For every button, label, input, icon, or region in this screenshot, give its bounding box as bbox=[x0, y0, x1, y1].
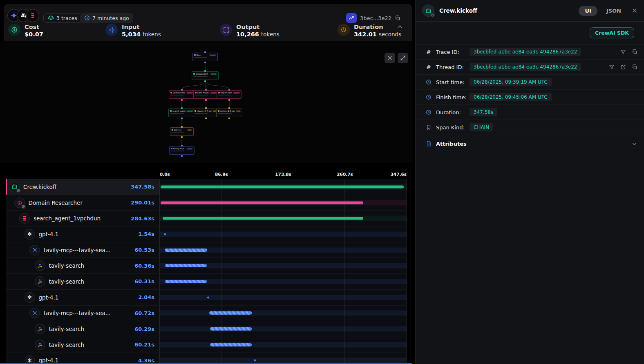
span-name-cell[interactable]: ✻ gpt-4.1 1.54s bbox=[6, 226, 159, 242]
span-name-cell[interactable]: tavily-mcp---tavily-sea... 60.72s bbox=[6, 306, 159, 321]
graph-node-gpt[interactable]: gpt-4.1 llm bbox=[170, 127, 194, 136]
span-bar[interactable] bbox=[161, 201, 363, 204]
node-meta bbox=[172, 132, 184, 133]
graph-node-claude[interactable]: claude-3-7-sonnet llm bbox=[193, 109, 219, 117]
span-name-cell[interactable]: tavily-mcp---tavily-sea... 60.53s bbox=[6, 242, 159, 258]
span-row[interactable]: tavily-search 60.36s bbox=[6, 258, 407, 274]
graph-node-crew[interactable]: Crew.kickoff crew bbox=[192, 71, 219, 80]
chevron-up-icon[interactable] bbox=[397, 24, 403, 30]
span-bar[interactable] bbox=[165, 249, 207, 252]
span-name-cell[interactable]: Crew.kickoff 347.58s bbox=[6, 179, 159, 195]
layers-icon bbox=[48, 15, 54, 21]
span-name-cell[interactable]: ✻ gpt-4.1 4.36s bbox=[6, 353, 159, 363]
filter-icon[interactable] bbox=[620, 49, 626, 55]
span-row[interactable]: Domain Researcher 290.01s bbox=[6, 195, 407, 211]
span-lane[interactable] bbox=[159, 242, 407, 258]
node-meta bbox=[193, 76, 208, 77]
graph-node-run[interactable]: Run chain bbox=[192, 53, 218, 61]
span-lane[interactable] bbox=[159, 258, 407, 273]
span-lane[interactable] bbox=[159, 226, 407, 242]
node-meta bbox=[170, 95, 184, 95]
span-row[interactable]: tavily-search 60.21s bbox=[6, 337, 407, 353]
node-port-top bbox=[204, 51, 206, 53]
traces-count-badge[interactable]: 3 traces bbox=[43, 13, 82, 23]
graph-node-dr[interactable]: Domain Researcher agent bbox=[169, 90, 195, 99]
graph-node-da[interactable]: Data Analyst agent bbox=[193, 90, 219, 99]
external-link-icon[interactable] bbox=[620, 64, 626, 70]
field-value[interactable]: 06/28/2025, 09:39:19 AM UTC bbox=[470, 78, 552, 86]
span-lane[interactable] bbox=[159, 274, 407, 289]
span-lane[interactable] bbox=[159, 353, 407, 363]
span-row[interactable]: ✻ gpt-4.1 1.54s bbox=[6, 226, 407, 242]
red-stack-logo[interactable] bbox=[26, 9, 39, 22]
span-lane[interactable] bbox=[159, 337, 407, 353]
span-name-cell[interactable]: Domain Researcher 290.01s bbox=[6, 195, 159, 211]
trend-icon[interactable] bbox=[346, 13, 357, 23]
span-name-cell[interactable]: ✻ gpt-4.1 2.04s bbox=[6, 290, 159, 305]
span-bar[interactable] bbox=[164, 233, 166, 235]
node-meta bbox=[218, 95, 231, 95]
close-icon[interactable] bbox=[385, 53, 395, 63]
span-name-cell[interactable]: tavily-search 60.29s bbox=[6, 321, 159, 337]
span-bar[interactable] bbox=[161, 185, 404, 188]
copy-icon[interactable] bbox=[632, 64, 637, 70]
span-name-cell[interactable]: tavily-search 60.36s bbox=[6, 258, 159, 273]
chevron-down-icon[interactable] bbox=[631, 141, 637, 147]
span-row[interactable]: tavily-search 60.29s bbox=[6, 321, 407, 337]
span-row[interactable]: tavily-mcp---tavily-sea... 60.72s bbox=[6, 306, 407, 322]
tab-json[interactable]: JSON bbox=[606, 8, 621, 14]
span-row[interactable]: tavily-search 60.31s bbox=[6, 274, 407, 290]
span-duration: 60.72s bbox=[134, 310, 154, 316]
field-value[interactable]: CHAIN bbox=[470, 123, 493, 131]
trace-graph[interactable]: Run chain Crew.kickoff crew Domain Resea… bbox=[0, 41, 412, 163]
node-type-icon bbox=[172, 129, 173, 131]
node-badge: llm bbox=[236, 110, 241, 112]
axis-tick: 86.9s bbox=[215, 172, 228, 177]
field-label: Duration: bbox=[436, 109, 470, 115]
node-type-icon bbox=[170, 110, 172, 112]
span-row[interactable]: ✻ gpt-4.1 2.04s bbox=[6, 290, 407, 306]
field-value[interactable]: 06/28/2025, 09:45:06 AM UTC bbox=[470, 93, 552, 101]
close-icon[interactable] bbox=[632, 8, 637, 13]
node-label: Report Writer bbox=[221, 91, 232, 94]
graph-node-gemini[interactable]: gemini-2.5-pro llm bbox=[216, 109, 242, 117]
attributes-section-header[interactable]: Attributes bbox=[416, 135, 644, 152]
span-lane[interactable] bbox=[159, 179, 407, 195]
span-lane[interactable] bbox=[159, 321, 407, 337]
tab-ui[interactable]: UI bbox=[579, 6, 597, 16]
span-name-cell[interactable]: tavily-search 60.21s bbox=[6, 337, 159, 353]
field-value[interactable]: 347.58s bbox=[470, 108, 497, 116]
span-bar[interactable] bbox=[163, 217, 363, 220]
span-lane[interactable] bbox=[159, 306, 407, 321]
span-bar[interactable] bbox=[165, 280, 207, 283]
span-bar[interactable] bbox=[165, 264, 207, 267]
span-name-cell[interactable]: tavily-search 60.31s bbox=[6, 274, 159, 289]
span-duration: 60.31s bbox=[134, 278, 154, 284]
span-lane[interactable] bbox=[159, 290, 407, 305]
span-bar[interactable] bbox=[210, 343, 252, 346]
span-row[interactable]: search_agent_1vpchdun 284.63s bbox=[6, 211, 407, 226]
span-duration: 60.36s bbox=[134, 263, 154, 269]
span-bar[interactable] bbox=[207, 296, 209, 298]
span-row[interactable]: ✻ gpt-4.1 4.36s bbox=[6, 353, 407, 363]
graph-node-tavily[interactable]: tavily-mcp tool bbox=[169, 146, 195, 155]
node-port-bottom bbox=[181, 99, 183, 101]
span-name-cell[interactable]: search_agent_1vpchdun 284.63s bbox=[6, 211, 159, 226]
span-bar[interactable] bbox=[254, 360, 256, 362]
span-lane[interactable] bbox=[159, 195, 407, 211]
span-bar[interactable] bbox=[210, 327, 252, 331]
expand-diagonal-icon[interactable] bbox=[398, 53, 408, 63]
field-value[interactable]: 3becbfed-a1be-ae84-ea3c-4942867a3e22 bbox=[470, 63, 581, 71]
tavily-icon bbox=[35, 276, 45, 287]
copy-icon[interactable] bbox=[632, 49, 637, 55]
span-bar[interactable] bbox=[209, 311, 252, 315]
span-lane[interactable] bbox=[159, 211, 407, 226]
filter-icon[interactable] bbox=[609, 64, 615, 70]
copy-icon[interactable] bbox=[395, 15, 400, 21]
graph-node-rw[interactable]: Report Writer agent bbox=[217, 90, 242, 99]
span-row[interactable]: Crew.kickoff 347.58s bbox=[6, 179, 407, 195]
span-row[interactable]: tavily-mcp---tavily-sea... 60.53s bbox=[6, 242, 407, 258]
field-value[interactable]: 3becbfed-a1be-ae84-ea3c-4942867a3e22 bbox=[470, 48, 581, 56]
detail-field: Duration: 347.58s bbox=[416, 105, 644, 120]
graph-node-sa[interactable]: search_agent_1vpchdun agent bbox=[168, 109, 195, 117]
